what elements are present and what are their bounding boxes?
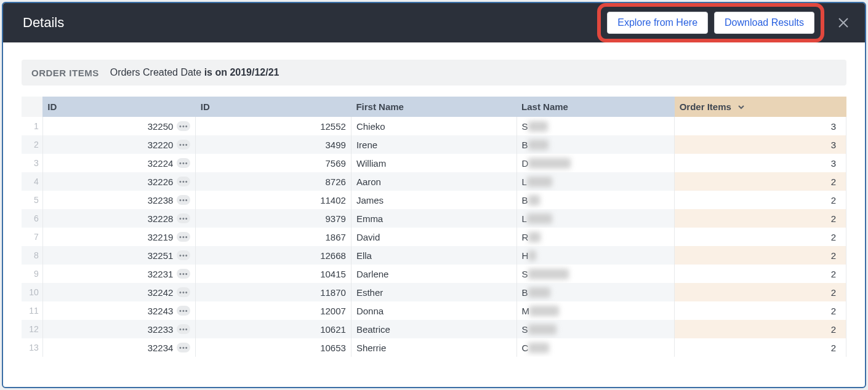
cell-id1: 32224••• [42, 154, 196, 172]
last-name-redacted: u [528, 250, 536, 261]
row-actions-button[interactable]: ••• [177, 306, 190, 316]
table-header-row: ID ID First Name Last Name Order Items [22, 97, 846, 117]
last-name-redacted: ullivan [528, 324, 557, 335]
cell-order-items: 2 [675, 209, 846, 228]
cell-id1: 32242••• [42, 283, 196, 301]
cell-order-items: 2 [675, 246, 846, 265]
row-actions-button[interactable]: ••• [177, 121, 190, 131]
table-row[interactable]: 832251•••12668EllaHu2 [22, 246, 846, 265]
last-name-initial: S [522, 121, 528, 132]
table-row[interactable]: 532238•••11402JamesBall2 [22, 191, 846, 209]
download-results-button[interactable]: Download Results [714, 12, 814, 34]
row-number: 7 [22, 228, 42, 246]
table-row[interactable]: 1032242•••11870EstherBrown2 [22, 283, 846, 301]
header-button-group: Explore from Here Download Results [597, 3, 824, 42]
sort-desc-icon [737, 101, 745, 112]
cell-id1: 32251••• [42, 246, 196, 265]
cell-last-name: Dominguez [516, 154, 675, 172]
filter-section-label: ORDER ITEMS [31, 68, 99, 78]
table-row[interactable]: 132250•••12552ChiekoSmith3 [22, 117, 846, 135]
cell-order-items: 2 [675, 283, 846, 301]
cell-last-name: Mcdanie [516, 301, 675, 320]
filter-bar: ORDER ITEMS Orders Created Date is on 20… [22, 60, 846, 86]
cell-id2: 10653 [196, 338, 352, 357]
last-name-initial: H [522, 250, 529, 261]
modal-content: ORDER ITEMS Orders Created Date is on 20… [3, 42, 865, 387]
column-header-id2[interactable]: ID [196, 97, 352, 117]
row-number: 10 [22, 283, 42, 301]
row-number: 11 [22, 301, 42, 320]
row-actions-button[interactable]: ••• [177, 269, 190, 279]
cell-last-name: Smith [516, 117, 675, 135]
id1-value: 32243 [148, 306, 174, 316]
row-actions-button[interactable]: ••• [177, 213, 190, 223]
column-header-id1[interactable]: ID [42, 97, 196, 117]
cell-first-name: David [351, 228, 516, 246]
cell-order-items: 2 [675, 172, 846, 191]
cell-order-items: 2 [675, 301, 846, 320]
table-row[interactable]: 332224•••7569WilliamDominguez3 [22, 154, 846, 172]
id1-value: 32231 [148, 269, 174, 279]
cell-last-name: Ball [516, 191, 675, 209]
cell-id1: 32228••• [42, 209, 196, 228]
last-name-redacted: cdanie [529, 306, 559, 316]
id1-value: 32224 [148, 158, 174, 169]
row-actions-button[interactable]: ••• [177, 177, 190, 186]
row-actions-button[interactable]: ••• [177, 343, 190, 352]
explore-from-here-button[interactable]: Explore from Here [607, 12, 708, 34]
last-name-initial: R [522, 232, 529, 242]
row-number: 2 [22, 135, 42, 154]
table-row[interactable]: 432226•••8726AaronLubold2 [22, 172, 846, 191]
table-row[interactable]: 1232233•••10621BeatriceSullivan2 [22, 320, 846, 338]
last-name-initial: B [522, 195, 528, 205]
results-table: ID ID First Name Last Name Order Items 1… [22, 97, 846, 357]
last-name-initial: M [522, 306, 530, 316]
cell-order-items: 3 [675, 154, 846, 172]
id1-value: 32233 [148, 324, 174, 335]
cell-first-name: Irene [351, 135, 516, 154]
table-row[interactable]: 732219•••1867DavidRay2 [22, 228, 846, 246]
column-header-first-name[interactable]: First Name [351, 97, 516, 117]
cell-id2: 11870 [196, 283, 352, 301]
row-number: 6 [22, 209, 42, 228]
filter-field: Orders Created Date [110, 67, 204, 78]
last-name-initial: D [522, 158, 529, 169]
row-actions-button[interactable]: ••• [177, 232, 190, 242]
cell-id2: 8726 [196, 172, 352, 191]
row-number: 4 [22, 172, 42, 191]
close-button[interactable] [835, 15, 851, 31]
row-actions-button[interactable]: ••• [177, 287, 190, 297]
last-name-initial: S [522, 324, 528, 335]
last-name-initial: L [522, 177, 527, 187]
row-number: 9 [22, 265, 42, 283]
cell-first-name: Emma [351, 209, 516, 228]
cell-last-name: Baker [516, 135, 675, 154]
row-actions-button[interactable]: ••• [177, 250, 190, 260]
cell-id1: 32231••• [42, 265, 196, 283]
cell-id2: 12552 [196, 117, 352, 135]
row-actions-button[interactable]: ••• [177, 324, 190, 334]
cell-id2: 1867 [196, 228, 352, 246]
column-header-last-name[interactable]: Last Name [516, 97, 675, 117]
cell-order-items: 2 [675, 338, 846, 357]
row-actions-button[interactable]: ••• [177, 158, 190, 168]
last-name-redacted: aker [528, 140, 549, 150]
cell-id1: 32219••• [42, 228, 196, 246]
cell-last-name: Larson [516, 209, 675, 228]
cell-order-items: 2 [675, 228, 846, 246]
cell-first-name: Chieko [351, 117, 516, 135]
table-row[interactable]: 1132243•••12007DonnaMcdanie2 [22, 301, 846, 320]
cell-id2: 10621 [196, 320, 352, 338]
id1-value: 32219 [148, 232, 174, 242]
row-actions-button[interactable]: ••• [177, 195, 190, 205]
table-row[interactable]: 632228•••9379EmmaLarson2 [22, 209, 846, 228]
close-icon [837, 17, 850, 29]
last-name-redacted: mith [528, 121, 548, 132]
table-row[interactable]: 232220•••3499IreneBaker3 [22, 135, 846, 154]
column-header-order-items[interactable]: Order Items [675, 97, 846, 117]
table-row[interactable]: 932231•••10415DarleneSanderson2 [22, 265, 846, 283]
cell-id2: 12007 [196, 301, 352, 320]
row-actions-button[interactable]: ••• [177, 140, 190, 149]
cell-order-items: 3 [675, 135, 846, 154]
table-row[interactable]: 1332234•••10653SherrieCarey2 [22, 338, 846, 357]
